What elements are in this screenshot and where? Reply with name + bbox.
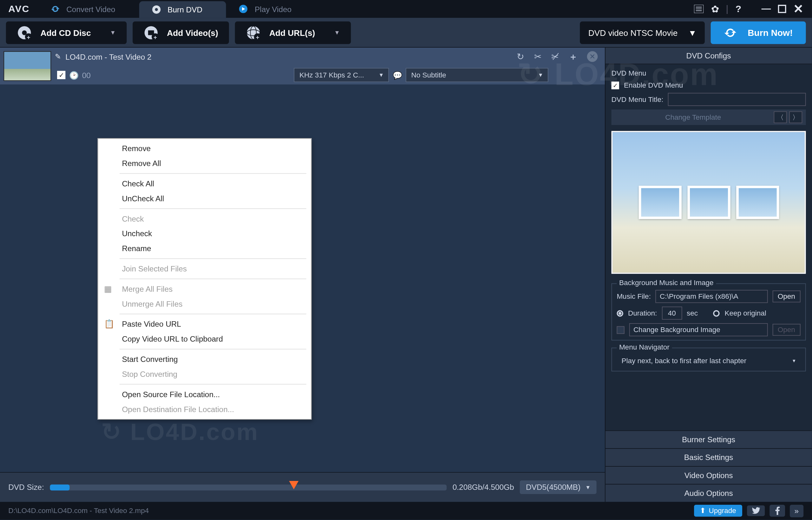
subtitle-select[interactable]: No Subtitle ▼ (406, 68, 549, 82)
close-icon[interactable]: ✕ (793, 2, 804, 16)
enable-dvd-menu-checkbox[interactable]: ✓ (612, 81, 619, 89)
minimize-icon[interactable]: ─ (762, 7, 771, 11)
duration-input[interactable] (662, 307, 682, 320)
burn-now-button[interactable]: Burn Now! (711, 21, 806, 44)
chevron-down-icon: ▼ (379, 72, 384, 78)
subtitle-icon: 💬 (393, 71, 402, 79)
scissors-icon[interactable]: ✂ (534, 51, 542, 62)
dvd-size-text: 0.208Gb/4.500Gb (453, 483, 514, 492)
tab-convert-video[interactable]: Convert Video (38, 0, 139, 18)
status-path: D:\LO4D.com\LO4D.com - Test Video 2.mp4 (8, 507, 149, 515)
menu-item-check-all[interactable]: Check All (98, 176, 311, 191)
upload-icon: ⬆ (700, 507, 706, 515)
video-add-icon: + (143, 25, 159, 40)
keep-original-radio[interactable] (713, 310, 720, 316)
dvd-capacity-select[interactable]: DVD5(4500MB) ▼ (520, 480, 596, 494)
video-checkbox[interactable]: ✓ (57, 71, 65, 79)
add-cd-label: Add CD Disc (40, 28, 91, 37)
menu-item-open-source-file-location[interactable]: Open Source File Location... (98, 387, 311, 402)
burn-now-label: Burn Now! (748, 27, 793, 37)
menu-item-copy-video-url-to-clipboard[interactable]: Copy Video URL to Clipboard (98, 332, 311, 346)
dvd-menu-section-label: DVD Menu (612, 69, 806, 77)
tab-play-video[interactable]: Play Video (226, 0, 315, 18)
menu-item-stop-converting: Stop Converting (98, 367, 311, 382)
svg-text:+: + (256, 34, 259, 40)
add-urls-label: Add URL(s) (269, 28, 315, 37)
help-icon[interactable]: ? (735, 3, 741, 14)
template-next-button[interactable]: 〉 (789, 111, 802, 124)
dvd-size-row: DVD Size: 0.208Gb/4.500Gb DVD5(4500MB) ▼ (0, 472, 605, 502)
dvd-capacity-label: DVD5(4500MB) (526, 483, 581, 492)
titlebar: AVC Convert Video Burn DVD Play Video ✿ … (0, 0, 812, 18)
size-marker-icon (289, 480, 299, 489)
more-button[interactable]: » (790, 504, 804, 517)
template-prev-button[interactable]: 〈 (774, 111, 787, 124)
svg-point-1 (155, 8, 158, 11)
video-duration: 00 (82, 71, 91, 79)
output-profile-select[interactable]: DVD video NTSC Movie ▼ (580, 21, 705, 44)
tab-burn-dvd[interactable]: Burn DVD (139, 1, 226, 18)
tab-audio-options[interactable]: Audio Options (606, 484, 812, 501)
music-file-input[interactable] (655, 290, 767, 303)
music-open-button[interactable]: Open (772, 290, 801, 303)
change-bg-checkbox[interactable] (617, 326, 624, 334)
menu-item-start-converting[interactable]: Start Converting (98, 352, 311, 367)
chevron-down-icon: ▼ (688, 28, 697, 37)
svg-rect-7 (778, 5, 786, 13)
app-logo: AVC (0, 3, 38, 14)
audio-sel-label: KHz 317 Kbps 2 C... (300, 71, 364, 79)
add-urls-button[interactable]: + Add URL(s) ▼ (235, 21, 351, 44)
tab-basic-settings[interactable]: Basic Settings (606, 448, 812, 466)
dvd-size-label: DVD Size: (8, 483, 44, 492)
svg-text:+: + (153, 34, 157, 40)
add-videos-label: Add Video(s) (167, 28, 218, 37)
menu-item-uncheck-all[interactable]: UnCheck All (98, 191, 311, 206)
remove-icon[interactable]: ✕ (587, 51, 598, 61)
keep-original-label: Keep original (724, 309, 766, 317)
menu-navigator-fieldset: Menu Navigator Play next, back to first … (612, 347, 806, 371)
dvd-configs-panel: DVD Configs DVD Menu ✓ Enable DVD Menu D… (605, 48, 812, 502)
add-videos-button[interactable]: + Add Video(s) (133, 21, 229, 44)
tab-play-label: Play Video (255, 4, 291, 13)
video-item[interactable]: ✎ LO4D.com - Test Video 2 ↻ ✂ ✂̸ ＋ ✕ ✓ 🕑 (0, 48, 605, 84)
add-cd-disc-button[interactable]: + Add CD Disc ▼ (6, 21, 127, 44)
chevron-down-icon: ▼ (538, 72, 543, 78)
menu-item-rename[interactable]: Rename (98, 241, 311, 256)
dvd-size-progress (50, 484, 447, 490)
dvd-menu-title-input[interactable] (668, 93, 806, 106)
dvd-menu-preview (612, 131, 806, 274)
menu-item-remove-all[interactable]: Remove All (98, 156, 311, 171)
video-thumbnail (3, 51, 51, 81)
gear-icon[interactable]: ✿ (711, 3, 719, 15)
svg-text:+: + (27, 34, 30, 40)
plus-icon[interactable]: ＋ (569, 51, 578, 62)
menu-item-remove[interactable]: Remove (98, 141, 311, 156)
options-icon[interactable] (694, 5, 704, 13)
clock-icon: 🕑 (69, 71, 79, 79)
menu-item-paste-video-url[interactable]: Paste Video URL📋 (98, 317, 311, 332)
menu-thumbnail-slot (736, 186, 779, 219)
chevron-down-icon: ▼ (110, 29, 116, 36)
background-music-fieldset: Background Music and Image Music File: O… (612, 284, 806, 341)
statusbar: D:\LO4D.com\LO4D.com - Test Video 2.mp4 … (0, 502, 812, 520)
chevron-down-icon: ▾ (793, 358, 795, 364)
menu-navigator-select[interactable]: Play next, back to first after last chap… (617, 354, 800, 367)
subtitle-sel-label: No Subtitle (411, 71, 446, 79)
change-template-button[interactable]: Change Template (615, 113, 772, 121)
bg-section-label: Background Music and Image (617, 279, 716, 287)
maximize-icon[interactable] (778, 5, 786, 13)
duration-radio[interactable] (617, 310, 623, 316)
upgrade-button[interactable]: ⬆Upgrade (694, 505, 742, 517)
nav-value: Play next, back to first after last chap… (621, 357, 746, 365)
twitter-icon[interactable] (747, 505, 765, 516)
toolbar: + Add CD Disc ▼ + Add Video(s) + Add URL… (0, 18, 812, 48)
crop-icon[interactable]: ✂̸ (551, 51, 559, 62)
play-icon (238, 3, 249, 14)
refresh-icon[interactable]: ↻ (517, 51, 524, 62)
pencil-icon[interactable]: ✎ (55, 52, 61, 61)
facebook-icon[interactable] (769, 505, 785, 517)
menu-item-uncheck[interactable]: Uncheck (98, 226, 311, 241)
audio-track-select[interactable]: KHz 317 Kbps 2 C... ▼ (294, 68, 389, 82)
tab-burner-settings[interactable]: Burner Settings (606, 431, 812, 448)
tab-video-options[interactable]: Video Options (606, 466, 812, 484)
